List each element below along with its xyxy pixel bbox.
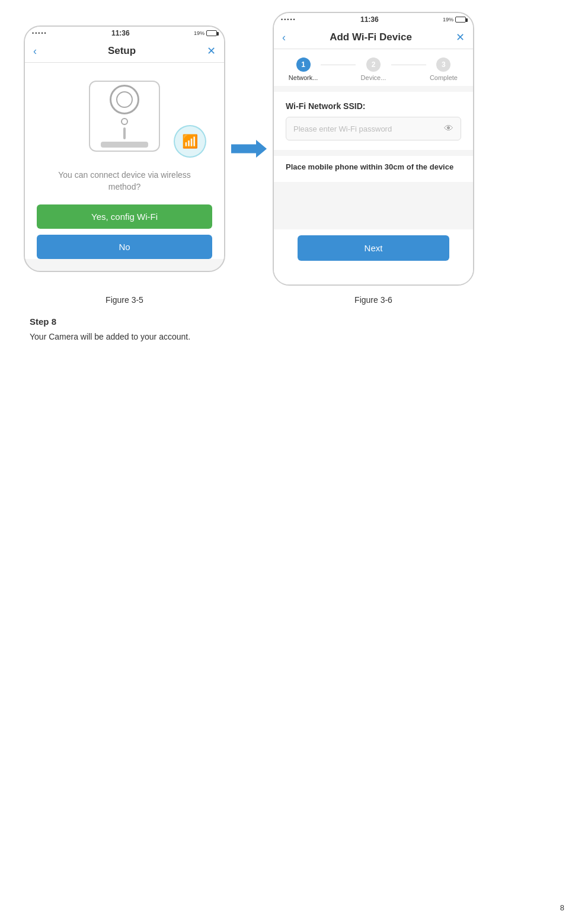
- back-button-setup[interactable]: ‹: [33, 45, 37, 57]
- camera-lens-inner: [116, 91, 133, 108]
- wifi-form: Wi-Fi Network SSID: Please enter Wi-Fi p…: [274, 92, 473, 150]
- battery-icon-1: [206, 30, 217, 36]
- step-8-title: Step 8: [30, 316, 558, 327]
- wifi-add-screen: 1 Network... 2 Device... 3 Complete: [274, 49, 473, 284]
- step-circle-2: 2: [366, 57, 381, 72]
- status-bar-2: ••••• 11:36 19%: [274, 13, 473, 26]
- next-button[interactable]: Next: [298, 235, 449, 261]
- ssid-label: Wi-Fi Network SSID:: [286, 101, 461, 111]
- camera-stand: [123, 127, 126, 139]
- wifi-badge: 📶: [174, 125, 206, 158]
- setup-text: You can connect device via wireless meth…: [25, 164, 224, 204]
- battery-percent-2: 19%: [443, 17, 453, 23]
- status-bar-1: ••••• 11:36 19%: [25, 27, 224, 40]
- figure-captions: Figure 3-5 Figure 3-6: [24, 295, 564, 305]
- eye-icon[interactable]: 👁: [444, 123, 453, 134]
- signal-dots-1: •••••: [32, 30, 47, 36]
- arrow-container: [225, 140, 273, 158]
- step-item-network: 1 Network...: [286, 57, 321, 81]
- screen-spacer: [274, 182, 473, 229]
- camera-mic: [121, 118, 128, 125]
- step-8-body: Your Camera will be added to your accoun…: [30, 330, 558, 343]
- hint-section: Place mobile phone within 30cm of the de…: [274, 156, 473, 182]
- wifi-icon: 📶: [182, 134, 198, 149]
- camera-base-wide: [101, 142, 148, 148]
- password-placeholder: Please enter Wi-Fi password: [293, 124, 444, 133]
- yes-config-wifi-button[interactable]: Yes, config Wi-Fi: [37, 204, 212, 229]
- step-item-complete: 3 Complete: [426, 57, 461, 81]
- app-header-setup: ‹ Setup ✕: [25, 40, 224, 63]
- screen-title-wifi: Add Wi-Fi Device: [330, 31, 412, 43]
- battery-icons-2: 19%: [443, 17, 466, 23]
- caption-figure-3-5: Figure 3-5: [24, 295, 225, 305]
- caption-spacer: [225, 295, 273, 305]
- close-button-setup[interactable]: ✕: [207, 44, 216, 57]
- step-label-network: Network...: [289, 74, 318, 81]
- step-item-device: 2 Device...: [356, 57, 391, 81]
- time-1: 11:36: [111, 29, 130, 37]
- app-header-wifi: ‹ Add Wi-Fi Device ✕: [274, 26, 473, 49]
- back-button-wifi[interactable]: ‹: [282, 31, 286, 44]
- next-btn-container: Next: [274, 229, 473, 284]
- step-line-2: [391, 65, 426, 65]
- battery-icon-2: [455, 17, 466, 23]
- step-circle-3: 3: [436, 57, 450, 72]
- step-line-1: [321, 65, 356, 65]
- no-button[interactable]: No: [37, 235, 212, 259]
- progress-steps: 1 Network... 2 Device... 3 Complete: [274, 49, 473, 86]
- camera-illustration: 📶: [25, 63, 224, 164]
- caption-figure-3-6: Figure 3-6: [273, 295, 474, 305]
- battery-percent-1: 19%: [194, 30, 204, 36]
- step-label-device: Device...: [361, 74, 386, 81]
- figure-3-5-phone: ••••• 11:36 19% ‹ Setup ✕: [24, 25, 225, 272]
- hint-text: Place mobile phone within 30cm of the de…: [286, 162, 461, 172]
- camera-lens: [110, 85, 139, 114]
- screen-title-setup: Setup: [108, 45, 136, 57]
- right-arrow-icon: [231, 140, 267, 158]
- password-input-row[interactable]: Please enter Wi-Fi password 👁: [286, 117, 461, 140]
- time-2: 11:36: [360, 15, 379, 24]
- step-circle-1: 1: [296, 57, 311, 72]
- close-button-wifi[interactable]: ✕: [456, 31, 465, 44]
- signal-dots-2: •••••: [281, 17, 296, 23]
- step-label-complete: Complete: [430, 74, 458, 81]
- page-number: 8: [560, 903, 564, 912]
- setup-screen: 📶 You can connect device via wireless me…: [25, 63, 224, 259]
- battery-icons-1: 19%: [194, 30, 217, 36]
- step-8-section: Step 8 Your Camera will be added to your…: [24, 316, 564, 343]
- camera-device-box: [89, 81, 160, 152]
- figure-3-6-phone: ••••• 11:36 19% ‹ Add Wi-Fi Device ✕: [273, 12, 474, 286]
